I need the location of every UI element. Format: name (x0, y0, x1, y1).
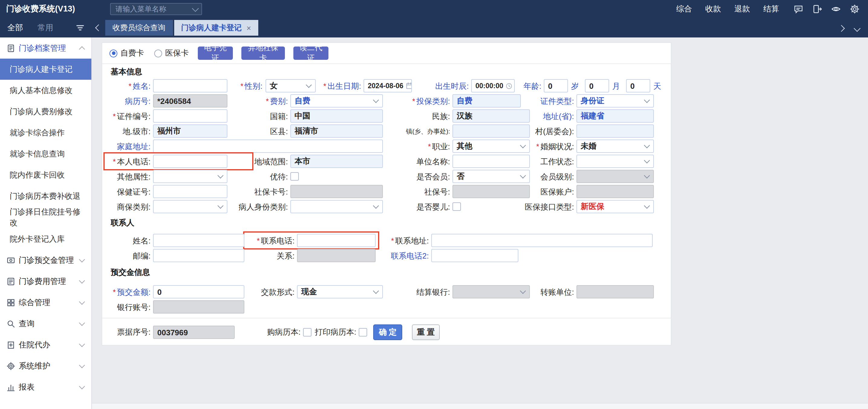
birth-date-field[interactable]: 2024-08-06 (364, 79, 412, 93)
required-asterisk: * (428, 143, 431, 151)
postcode-field[interactable] (153, 249, 244, 262)
health-cert-label: 保健证号: (107, 184, 151, 199)
contact-name-field[interactable] (153, 234, 244, 247)
sidebar-item-fee-category-edit[interactable]: 门诊病人费别修改 (0, 101, 91, 122)
topbar-action-collect[interactable]: 收款 (705, 4, 721, 14)
medicare-interface-select[interactable]: 新医保 (577, 200, 654, 213)
member-level-select (577, 170, 654, 183)
contact-phone-field[interactable] (297, 234, 376, 247)
sidebar-section-prepay[interactable]: 门诊预交金管理 (0, 249, 91, 271)
horizontal-scrollbar[interactable] (92, 403, 868, 409)
health-cert-field[interactable] (153, 185, 227, 198)
id-type-label: 证件类型: (499, 94, 574, 109)
gear-icon[interactable] (850, 4, 860, 14)
radio-self-pay-card[interactable]: 自费卡 (110, 45, 144, 61)
city-field[interactable]: 福州市 (153, 125, 227, 138)
reset-button[interactable]: 重 置 (412, 325, 440, 340)
preferential-checkbox[interactable] (290, 172, 299, 181)
village-label: 村(居委会): (499, 124, 574, 139)
age-months-field[interactable]: 0 (585, 79, 609, 93)
subbar: 全部 常用 收费员综合查询 门诊病人建卡登记 × (0, 18, 868, 37)
topbar-action-settle[interactable]: 结算 (763, 4, 779, 14)
personal-phone-field[interactable] (153, 155, 227, 168)
tab-strip: 收费员综合查询 门诊病人建卡登记 × (92, 18, 868, 37)
contact-address-field[interactable] (431, 234, 653, 247)
commercial-select[interactable] (153, 200, 227, 213)
id-type-select[interactable]: 身份证 (577, 94, 654, 107)
required-asterisk: * (257, 237, 260, 245)
name-label: *姓名: (107, 78, 151, 94)
sidebar-item-void-card-recycle[interactable]: 院内作废卡回收 (0, 164, 91, 185)
tab-cashier-composite-query[interactable]: 收费员综合查询 (105, 20, 173, 36)
name-field[interactable] (153, 79, 227, 93)
e-certificate-button[interactable]: 电子凭证 (198, 46, 233, 60)
contact-phone2-field[interactable] (431, 249, 518, 262)
tab-patient-card-registration[interactable]: 门诊病人建卡登记 × (174, 20, 258, 36)
chevron-right-icon[interactable] (839, 23, 844, 32)
sidebar-section-archive[interactable]: 门诊档案管理 (0, 37, 91, 59)
topbar-action-composite[interactable]: 综合 (676, 4, 692, 14)
sidebar-item-visit-card-query[interactable]: 就诊卡信息查询 (0, 143, 91, 164)
chevron-down-icon (644, 172, 650, 178)
id-no-field[interactable] (153, 109, 227, 123)
radio-medicare-card[interactable]: 医保卡 (154, 45, 189, 61)
sidebar-item-visit-card-ops[interactable]: 就诊卡综合操作 (0, 122, 91, 143)
sidebar-item-external-card-register[interactable]: 院外卡登记入库 (0, 228, 91, 249)
tab-strip-controls (839, 23, 860, 32)
contact-address-label: *联系地址: (378, 233, 429, 248)
section-title-prepay: 预交金信息 (111, 266, 150, 278)
message-icon[interactable] (794, 4, 803, 14)
sidebar-section-maintenance[interactable]: 系统维护 (0, 355, 91, 376)
remote-social-card-button[interactable]: 异地社保卡 (241, 46, 285, 60)
sidebar-item-patient-info-edit[interactable]: 病人基本信息修改 (0, 80, 91, 101)
app-root: 门诊收费系统(V13) 综合 收款 退款 结算 (0, 0, 868, 409)
required-asterisk: * (536, 143, 539, 151)
province-field[interactable]: 福建省 (577, 109, 654, 123)
filter-icon[interactable] (75, 24, 85, 32)
fees-icon (6, 277, 15, 286)
sidebar-section-fees[interactable]: 门诊费用管理 (0, 271, 91, 292)
sidebar-section-inpatient-agency[interactable]: 住院代办 (0, 334, 91, 355)
prepay-amount-field[interactable]: 0 (153, 285, 244, 299)
record-no-field: *2406584 (153, 94, 227, 107)
chevron-down-icon[interactable] (855, 23, 860, 32)
sidebar-section-management[interactable]: 综合管理 (0, 292, 91, 313)
form-row: 商保类别: 病人身份类别: 是否婴儿: 医保接口类型: 新医保 (107, 199, 667, 214)
sidebar-item-scheduled-admission-edit[interactable]: 门诊择日住院挂号修改 (0, 207, 91, 228)
tab-label: 收费员综合查询 (113, 23, 165, 33)
personal-phone-label: *本人电话: (107, 154, 151, 169)
home-address-field[interactable] (153, 140, 383, 153)
menu-search-input[interactable] (114, 4, 193, 14)
marital-select[interactable]: 未婚 (577, 140, 654, 153)
eye-icon[interactable] (831, 4, 841, 14)
age-months-unit: 月 (612, 78, 620, 94)
other-attr-select[interactable] (153, 170, 227, 183)
form-row: 姓名: *联系电话: *联系地址: (107, 233, 667, 248)
preferential-label: 优待: (227, 169, 288, 184)
print-record-book-checkbox[interactable] (359, 328, 367, 337)
topbar-action-refund[interactable]: 退款 (734, 4, 750, 14)
sidebar-section-reports[interactable]: 报表 (0, 376, 91, 398)
sidebar-tab-all[interactable]: 全部 (7, 22, 23, 33)
village-field[interactable] (577, 125, 654, 138)
birth-time-field[interactable]: 00:00:00 (471, 79, 515, 93)
app-title: 门诊收费系统(V13) (6, 4, 75, 14)
town-label: 镇(乡、办事处): (367, 124, 450, 139)
is-infant-checkbox[interactable] (453, 202, 461, 211)
chevron-down-icon (644, 158, 650, 163)
contact-phone-label: *联系电话: (247, 233, 294, 248)
sidebar-tab-common[interactable]: 常用 (37, 22, 53, 33)
chevron-left-icon[interactable] (92, 25, 105, 30)
sidebar-item-card-registration[interactable]: 门诊病人建卡登记 (0, 59, 91, 80)
fee-type-label: *费别: (227, 94, 288, 109)
sidebar-section-query[interactable]: 查询 (0, 313, 91, 334)
age-years-field[interactable]: 0 (544, 79, 568, 93)
sidebar-item-record-book-refund[interactable]: 门诊病历本费补收退 (0, 185, 91, 207)
close-icon[interactable]: × (247, 23, 251, 32)
read-id-card-button[interactable]: 读二代证 (293, 46, 329, 60)
confirm-button[interactable]: 确 定 (373, 325, 402, 340)
relation-label: 关系: (247, 248, 294, 263)
work-status-select[interactable] (577, 155, 654, 168)
age-days-field[interactable]: 0 (626, 79, 650, 93)
logout-icon[interactable] (812, 4, 822, 14)
